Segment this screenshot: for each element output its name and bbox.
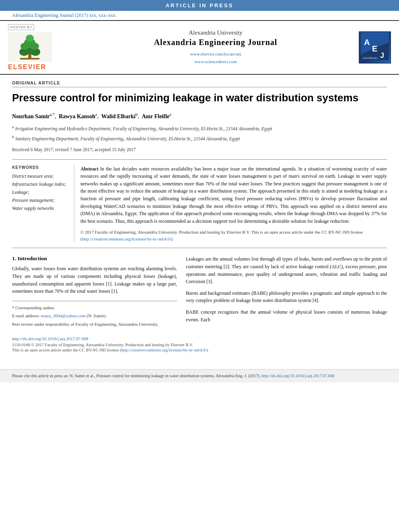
footnote-2: E-mail address: noura_3004@yahoo.com (N.…	[12, 312, 177, 319]
abstract-label: Abstract	[80, 166, 99, 172]
author-3-sup: b	[136, 112, 138, 117]
abstract-col: Abstract In the last decades water resou…	[80, 165, 387, 242]
doi-line[interactable]: http://dx.doi.org/10.1016/j.aej.2017.07.…	[12, 336, 387, 341]
keyword-4: Pressure management;	[12, 197, 68, 203]
author-3: Walid Elbarki	[101, 113, 136, 119]
footnote-1: * Corresponding author.	[12, 304, 177, 311]
citation-doi-link[interactable]: http://dx.doi.org/10.1016/j.aej.2017.07.…	[261, 374, 334, 378]
svg-text:J: J	[380, 51, 385, 60]
journal-header: HOSTED BY ELSEVIER Alexandria Univers	[0, 20, 399, 75]
author-2-sup: a	[95, 112, 97, 117]
intro-para-right-1: Leakages are the annual volumes lost thr…	[186, 255, 387, 285]
author-1: Nourhan Samir	[12, 113, 50, 119]
keywords-title: KEYWORDS	[12, 165, 68, 170]
affiliation-a: a Irrigation Engineering and Hydraulics …	[12, 124, 387, 132]
intro-para-right-2: Bursts and background estimates (BABE) p…	[186, 290, 387, 304]
journal-name: Alexandria Engineering Journal	[80, 38, 351, 47]
keyword-1: District measure area;	[12, 173, 68, 179]
affiliation-b: b Sanitary Engineering Department, Facul…	[12, 134, 387, 142]
keywords-col: KEYWORDS District measure area; Infrastr…	[12, 165, 74, 242]
abstract-section: KEYWORDS District measure area; Infrastr…	[12, 159, 387, 249]
intro-para-1: Globally, water losses from water distri…	[12, 265, 177, 295]
article-type-label: ORIGINAL ARTICLE	[12, 80, 387, 87]
article-in-press-banner: ARTICLE IN PRESS	[0, 0, 399, 11]
elsevier-tree-icon	[8, 32, 52, 62]
svg-point-8	[30, 43, 39, 50]
email-link[interactable]: noura_3004@yahoo.com	[41, 313, 85, 318]
intro-heading: 1. Introduction	[12, 255, 177, 262]
author-4-sup: a	[169, 112, 171, 117]
keyword-5: Water supply networks	[12, 205, 68, 212]
article-body: ORIGINAL ARTICLE Pressure control for mi…	[0, 80, 399, 361]
affiliations: a Irrigation Engineering and Hydraulics …	[12, 124, 387, 142]
journal-ref-line: Alexandria Engineering Journal (2017) xx…	[0, 11, 399, 20]
intro-section: 1. Introduction Globally, water losses f…	[12, 255, 387, 329]
received-line: Received 6 May 2017; revised 7 June 2017…	[12, 147, 387, 152]
svg-point-9	[26, 35, 34, 42]
intro-col-right: Leakages are the annual volumes lost thr…	[186, 255, 387, 329]
footer-link[interactable]: http://creativecommons.org/licenses/by-n…	[121, 348, 206, 352]
elsevier-logo: HOSTED BY ELSEVIER	[8, 24, 76, 71]
intro-col-left: 1. Introduction Globally, water losses f…	[12, 255, 177, 329]
keyword-3: Leakage;	[12, 189, 68, 195]
article-title: Pressure control for minimizing leakage …	[12, 91, 387, 105]
author-4: Amr Fleifle	[142, 113, 169, 119]
citation-bar: Please cite this article in press as: N.…	[0, 369, 399, 382]
hosted-by-label: HOSTED BY	[8, 24, 34, 30]
aej-letters: A E J JOURNAL	[361, 32, 389, 63]
journal-header-left: HOSTED BY ELSEVIER	[8, 24, 76, 71]
journal-urls: www.elsevier.com/locate/aej www.scienced…	[80, 50, 351, 65]
footnote-3: Peer review under responsibility of Facu…	[12, 321, 177, 328]
journal-header-right: A E J JOURNAL	[355, 31, 391, 64]
abstract-body: In the last decades water resources avai…	[80, 166, 387, 224]
author-1-sup: a,*	[50, 112, 55, 117]
svg-text:E: E	[372, 44, 378, 53]
journal-header-center: Alexandria University Alexandria Enginee…	[80, 29, 351, 65]
journal-url1[interactable]: www.elsevier.com/locate/aej	[80, 50, 351, 58]
authors-line: Nourhan Samira,*, Rawya Kansoha, Walid E…	[12, 112, 387, 120]
intro-para-right-3: BABE concept recognizes that the annual …	[186, 308, 387, 323]
svg-point-7	[21, 43, 29, 50]
abstract-text: Abstract In the last decades water resou…	[80, 165, 387, 225]
footnote-area: * Corresponding author. E-mail address: …	[12, 301, 177, 328]
citation-text: Please cite this article in press as: N.…	[12, 374, 261, 378]
footer-line-2: This is an open access article under the…	[12, 348, 387, 352]
elsevier-wordmark: ELSEVIER	[8, 64, 46, 71]
author-2: Rawya Kansoh	[59, 113, 95, 119]
journal-url2[interactable]: www.sciencedirect.com	[80, 58, 351, 66]
keyword-2: Infrastructure leakage index;	[12, 181, 68, 187]
aej-logo-box: A E J JOURNAL	[359, 31, 391, 64]
university-name: Alexandria University	[80, 29, 351, 36]
footer-line-1: 1110-0168 © 2017 Faculty of Engineering,…	[12, 343, 387, 347]
svg-text:A: A	[364, 38, 370, 47]
copyright-line: © 2017 Faculty of Engineering, Alexandri…	[80, 229, 387, 242]
svg-rect-2	[20, 58, 39, 60]
svg-text:JOURNAL: JOURNAL	[362, 57, 379, 60]
copyright-link[interactable]: http://creativecommons.org/licenses/by-n…	[82, 236, 171, 241]
